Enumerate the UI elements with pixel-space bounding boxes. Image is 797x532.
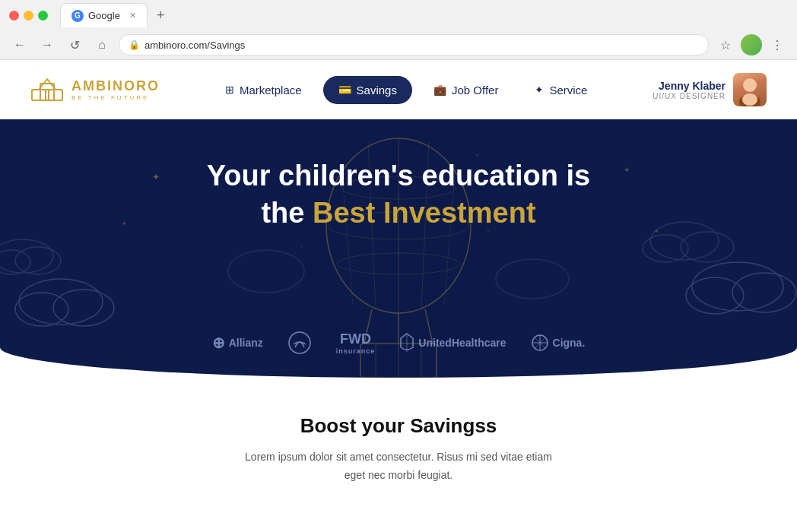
logo-text: AMBINORO BE THE FUTURE (71, 78, 160, 101)
hero-highlight: Best Investment (313, 197, 536, 229)
nav-links: ⊞ Marketplace 💳 Savings 💼 Job Offer ✦ Se… (210, 76, 603, 104)
minimize-dot[interactable] (24, 11, 33, 21)
svg-point-28 (15, 293, 68, 326)
service-label: Service (549, 84, 587, 97)
fullscreen-dot[interactable] (38, 11, 48, 21)
tab-close-button[interactable]: ✕ (129, 11, 136, 21)
url-text: ambinoro.com/Savings (144, 40, 699, 51)
svg-rect-0 (32, 90, 46, 100)
svg-point-35 (732, 273, 796, 312)
logo-svg (30, 76, 64, 103)
hero-brands: ⊕ Allianz FWD insurance UnitedHealt (140, 331, 657, 355)
svg-rect-2 (49, 90, 62, 100)
svg-point-32 (15, 247, 61, 274)
logo-name: AMBINORO (71, 78, 160, 94)
joboffer-icon: 💼 (433, 84, 446, 96)
lock-icon: 🔒 (129, 40, 140, 50)
user-info: Jenny Klaber UI/UX DESIGNER (653, 73, 767, 106)
hero-title: Your children's education is the Best In… (207, 157, 591, 233)
address-bar[interactable]: 🔒 ambinoro.com/Savings (119, 34, 709, 55)
cigna-icon (531, 334, 549, 352)
user-avatar[interactable] (733, 73, 767, 106)
service-icon: ✦ (535, 84, 544, 96)
hero-section: ✦ ✦ ✦ ✦ (0, 119, 797, 378)
forward-button[interactable]: → (37, 34, 58, 55)
uh-icon (399, 332, 414, 353)
svg-point-38 (681, 232, 734, 262)
savings-section: Boost your Savingss Lorem ipsum dolor si… (0, 378, 797, 500)
cigna-name: Cigna. (553, 337, 586, 349)
browser-toolbar: ← → ↺ ⌂ 🔒 ambinoro.com/Savings ☆ ⋮ (0, 30, 797, 59)
browser-titlebar: G Google ✕ + (0, 0, 797, 30)
hero-line1: Your children's education is (207, 160, 591, 192)
fwd-name: FWD (340, 331, 371, 347)
user-name: Jenny Klaber (653, 80, 726, 92)
tab-title: Google (88, 10, 120, 21)
toolbar-actions: ☆ ⋮ (715, 34, 788, 55)
navbar: AMBINORO BE THE FUTURE ⊞ Marketplace 💳 S… (0, 60, 797, 119)
marketplace-icon: ⊞ (225, 84, 234, 96)
home-button[interactable]: ⌂ (91, 34, 113, 55)
nav-savings[interactable]: 💳 Savings (323, 76, 412, 104)
marketplace-label: Marketplace (240, 84, 302, 97)
savings-icon: 💳 (338, 84, 351, 96)
svg-point-30 (0, 239, 53, 273)
savings-label: Savings (357, 84, 397, 97)
allianz-name: Allianz (229, 337, 263, 349)
tab-favicon: G (71, 10, 84, 22)
svg-point-31 (0, 250, 30, 274)
fwd-sub: insurance (336, 347, 376, 355)
avatar-image (733, 73, 767, 106)
browser-chrome: G Google ✕ + ← → ↺ ⌂ 🔒 ambinoro.com/Savi… (0, 0, 797, 60)
logo-sub: BE THE FUTURE (71, 94, 160, 101)
joboffer-label: Job Offer (452, 84, 498, 97)
nav-joboffer[interactable]: 💼 Job Offer (418, 76, 513, 104)
section-description: Lorem ipsum dolor sit amet consectetur. … (239, 448, 558, 485)
svg-point-34 (686, 277, 744, 314)
brand-fwd: FWD insurance (336, 331, 376, 355)
profile-button[interactable] (741, 34, 762, 55)
bookmark-button[interactable]: ☆ (715, 34, 736, 55)
hero-line2-prefix: the (261, 197, 313, 229)
nav-marketplace[interactable]: ⊞ Marketplace (210, 76, 317, 104)
back-button[interactable]: ← (9, 34, 30, 55)
brand-allianz: ⊕ Allianz (212, 334, 263, 352)
browser-tab[interactable]: G Google ✕ (60, 3, 148, 27)
section-title: Boost your Savingss (30, 414, 767, 438)
user-role: UI/UX DESIGNER (653, 92, 726, 100)
svg-point-29 (53, 290, 114, 326)
allianz-icon: ⊕ (212, 334, 225, 352)
svg-point-33 (692, 262, 783, 311)
brand-cigna: Cigna. (531, 334, 586, 352)
nav-service[interactable]: ✦ Service (519, 76, 602, 104)
close-dot[interactable] (9, 11, 19, 21)
svg-point-6 (742, 93, 757, 106)
svg-point-4 (743, 78, 757, 92)
svg-point-45 (289, 332, 310, 353)
logo-link[interactable]: AMBINORO BE THE FUTURE (30, 76, 160, 103)
svg-point-27 (19, 279, 103, 325)
svg-point-40 (496, 259, 569, 299)
new-tab-button[interactable]: + (157, 8, 165, 24)
svg-point-37 (643, 235, 688, 262)
reload-button[interactable]: ↺ (64, 34, 85, 55)
uh-name: UnitedHealthcare (418, 337, 506, 349)
browser-dots (9, 11, 48, 21)
user-details: Jenny Klaber UI/UX DESIGNER (653, 80, 726, 100)
menu-button[interactable]: ⋮ (767, 34, 788, 55)
svg-text:✦: ✦ (300, 245, 303, 249)
website-content: AMBINORO BE THE FUTURE ⊞ Marketplace 💳 S… (0, 60, 797, 532)
brand-unitedhealthcare: UnitedHealthcare (399, 332, 506, 353)
fwd-insurance-icon (287, 331, 312, 355)
brand-fwd-icon (287, 331, 312, 355)
hero-content: Your children's education is the Best In… (0, 119, 797, 233)
